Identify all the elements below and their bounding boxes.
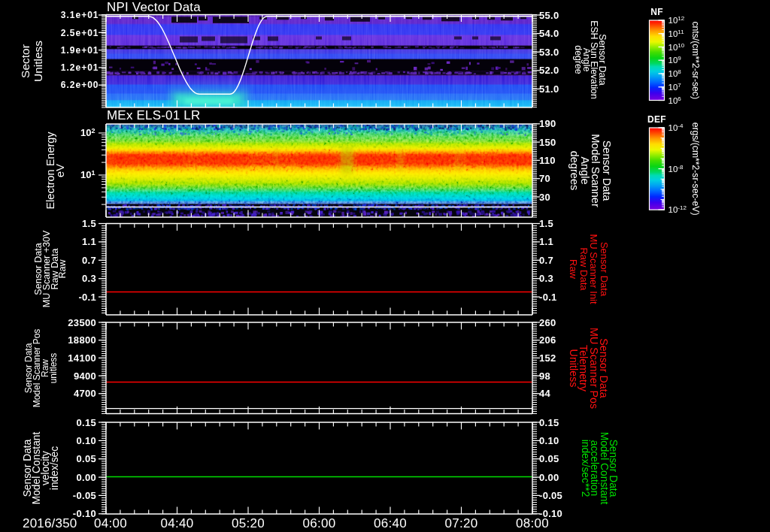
- svg-text:30: 30: [539, 192, 550, 203]
- svg-text:0.10: 0.10: [76, 435, 96, 446]
- svg-text:DEF: DEF: [647, 114, 666, 125]
- svg-text:-0.1: -0.1: [78, 292, 96, 303]
- svg-text:110: 110: [539, 155, 556, 166]
- svg-text:08:00: 08:00: [516, 516, 549, 530]
- svg-text:-0.05: -0.05: [73, 490, 96, 501]
- svg-text:150: 150: [539, 137, 556, 148]
- svg-text:cnts/(cm**2-sr-sec): cnts/(cm**2-sr-sec): [690, 21, 701, 99]
- svg-text:152: 152: [539, 352, 556, 364]
- svg-text:MEx ELS-01 LR: MEx ELS-01 LR: [107, 108, 200, 122]
- svg-text:-0.05: -0.05: [539, 490, 562, 501]
- svg-text:70: 70: [539, 173, 550, 184]
- svg-text:52.0: 52.0: [539, 65, 559, 76]
- svg-text:6.2e+00: 6.2e+00: [61, 80, 99, 90]
- svg-text:ergs/(cm**2-sr-sec-eV): ergs/(cm**2-sr-sec-eV): [690, 122, 701, 216]
- svg-text:NPI Vector Data: NPI Vector Data: [107, 0, 201, 14]
- svg-text:0.00: 0.00: [76, 472, 96, 483]
- svg-text:1.5: 1.5: [539, 218, 553, 229]
- svg-text:SectorUnitless: SectorUnitless: [19, 41, 45, 82]
- svg-text:206: 206: [539, 334, 556, 346]
- svg-text:3.1e+01: 3.1e+01: [61, 10, 99, 20]
- svg-text:51.0: 51.0: [539, 83, 559, 95]
- svg-text:07:20: 07:20: [444, 516, 477, 530]
- svg-text:NF: NF: [650, 7, 663, 17]
- svg-text:0.7: 0.7: [82, 255, 96, 266]
- svg-text:1.2e+01: 1.2e+01: [61, 62, 99, 73]
- svg-text:9400: 9400: [74, 370, 96, 382]
- svg-text:1.9e+01: 1.9e+01: [61, 45, 99, 56]
- svg-text:-0.1: -0.1: [539, 292, 557, 303]
- svg-text:2016/350: 2016/350: [23, 516, 77, 530]
- svg-text:1.1: 1.1: [82, 236, 96, 247]
- svg-text:0.00: 0.00: [539, 472, 559, 483]
- svg-text:1.1: 1.1: [539, 236, 553, 247]
- svg-text:0.15: 0.15: [76, 417, 96, 428]
- svg-text:4700: 4700: [74, 388, 96, 399]
- svg-text:0.10: 0.10: [539, 435, 559, 446]
- svg-text:18800: 18800: [68, 334, 96, 346]
- svg-text:54.0: 54.0: [539, 28, 559, 39]
- svg-text:14100: 14100: [68, 352, 96, 364]
- svg-text:04:40: 04:40: [160, 516, 193, 530]
- svg-text:44: 44: [539, 388, 551, 399]
- svg-text:0.15: 0.15: [539, 417, 559, 428]
- svg-text:190: 190: [539, 118, 556, 129]
- svg-text:04:00: 04:00: [94, 516, 127, 530]
- svg-text:260: 260: [539, 317, 556, 328]
- svg-text:2.5e+01: 2.5e+01: [61, 28, 99, 38]
- svg-text:0.3: 0.3: [82, 273, 96, 284]
- svg-text:0.05: 0.05: [76, 453, 96, 464]
- svg-text:53.0: 53.0: [539, 47, 559, 58]
- svg-text:23500: 23500: [68, 317, 96, 328]
- svg-text:06:40: 06:40: [374, 516, 407, 530]
- svg-text:06:00: 06:00: [302, 516, 335, 530]
- svg-text:05:20: 05:20: [232, 516, 265, 530]
- svg-text:55.0: 55.0: [539, 10, 559, 21]
- svg-text:1.5: 1.5: [82, 218, 96, 229]
- svg-text:0.7: 0.7: [539, 255, 553, 266]
- svg-text:98: 98: [539, 370, 550, 382]
- svg-text:0.3: 0.3: [539, 273, 553, 284]
- svg-text:0.05: 0.05: [539, 453, 559, 464]
- svg-text:Sensor DataModel Constantaccel: Sensor DataModel Constantaccelerationind…: [580, 432, 620, 505]
